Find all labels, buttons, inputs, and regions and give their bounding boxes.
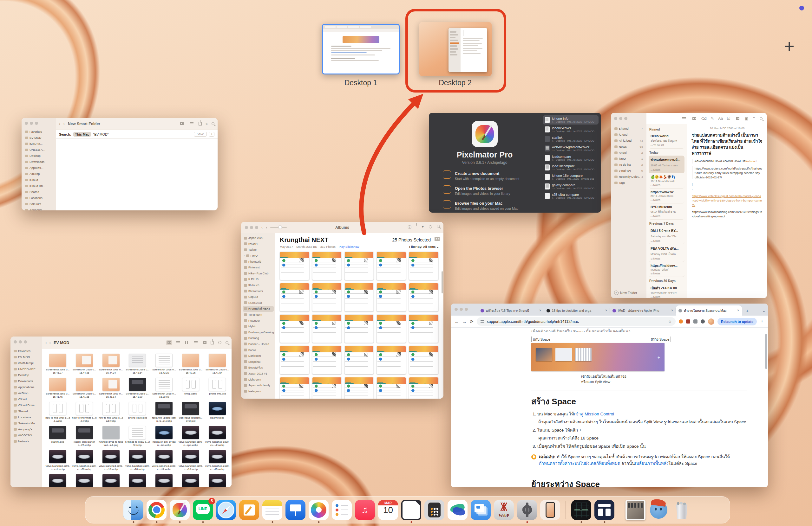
view-columns-icon[interactable] [184,340,190,345]
dock-item[interactable] [471,500,491,520]
desktop-1-label[interactable]: Desktop 1 [322,79,400,87]
note-list-item[interactable]: https://www.ve... 08:14 -retain-90-he No… [649,189,684,204]
photo-thumbnail[interactable] [280,314,309,343]
photo-thumbnail[interactable] [312,377,342,399]
back-icon[interactable]: ‹ [59,122,60,126]
recent-file-item[interactable]: starlink⌂ · Desktop · iMo...te-2022 · EV… [543,134,598,144]
album-item[interactable]: Lightroom [243,376,274,382]
album-item[interactable]: K PLUS [243,276,274,282]
dock-item[interactable] [424,500,444,520]
photo-thumbnail[interactable] [312,283,342,312]
dock-app-icon[interactable] [625,500,646,520]
dock-item[interactable] [594,500,614,520]
album-item[interactable]: Photomator [243,288,274,294]
sidebar-item[interactable]: EV MOD [12,354,41,360]
album-item[interactable]: กระเป๋า [243,241,274,247]
mission-control-link[interactable]: เข้าสู่ Mission Control [574,411,614,416]
back-icon[interactable]: ← [454,319,459,324]
sidebar-item[interactable]: Shared [12,408,41,414]
sidebar-item[interactable]: Applicati... [24,165,54,171]
dock-app-icon[interactable] [170,500,190,520]
photo-thumbnail[interactable] [345,346,374,374]
photo-thumbnail[interactable] [312,252,342,280]
recent-file-item[interactable]: ipad10compare⌂ · Desktop · iMo...te-2022… [543,163,598,172]
file-item[interactable]: Screenshot 2568-0...15.45.27 [45,354,70,375]
reload-icon[interactable]: ⟳ [470,319,474,324]
finder-ev-mod-window[interactable]: Favorites EV MOD iMoD-templ... UNEED ARE… [11,336,232,487]
back-icon[interactable]: ‹ [45,341,47,345]
file-item[interactable]: how-to-find-what-e...d-1.webp [45,402,70,423]
launcher-action[interactable]: Browse files on your MacEdit images and … [443,200,540,210]
forward-icon[interactable]: › [49,341,51,345]
notes-window[interactable]: Shared7 iCloud All iCloud73 Notes68 Ange… [611,113,767,298]
dock-app-icon[interactable] [216,500,236,520]
photo-thumbnail[interactable] [345,283,374,312]
dock-app-icon[interactable] [332,500,352,520]
photo-thumbnail[interactable] [377,346,406,374]
tab-close-icon[interactable]: ✕ [605,309,607,312]
list-view-icon[interactable] [681,116,687,121]
file-item[interactable]: 6-things-to-know-a...25.webp [125,426,150,447]
sidebar-item[interactable]: Sakura's... [24,201,54,207]
photo-thumbnail[interactable] [280,346,309,374]
note-list-item[interactable]: PEA VOLTA ปรับ... Monday 2568 เป็นต้น No… [649,244,684,262]
photo-thumbnail[interactable] [345,252,374,280]
sidebar-item[interactable]: AirDrop [12,390,41,396]
photo-thumbnail[interactable] [345,314,374,343]
share-icon[interactable] [199,122,202,125]
traffic-lights[interactable] [454,308,468,311]
file-item[interactable]: volvo-luanched-es90-eu...-2.webp [205,426,230,447]
dock-app-icon[interactable] [239,500,259,520]
sidebar-item[interactable]: UNEED A... [24,147,54,153]
notes-folder-item[interactable]: To do list2 [613,162,644,168]
media-icon[interactable]: ▣ [745,116,748,121]
tip-link-2[interactable]: เปลี่ยนภาพพื้นหลัง [635,461,668,466]
sidebar-item[interactable]: Sakura's Ma... [12,420,41,426]
file-item[interactable]: hyundai-dives-to-robotaxi...s-2.png [99,426,124,447]
browser-tab[interactable]: ทำงานในหลาย Space บน Mac ✕ [676,305,742,316]
compose-icon[interactable]: ✎ [711,116,714,121]
dock-item[interactable]: WebP [494,500,514,520]
note-list-item[interactable]: ช่วยแปลบทความด์... 16:06 เข้าใจง่าย รายล… [649,155,684,173]
sidebar-item[interactable]: iMODCNX [12,432,41,438]
sidebar-item[interactable]: EV MOD [24,135,54,141]
album-item[interactable]: Snapchat [243,359,274,365]
sidebar-item[interactable]: iCloud Drive [12,402,41,408]
dock-app-icon[interactable] [124,500,143,520]
note-list-item[interactable]: เปิดตัว ZEEKR 00... 18/2/2568 BE ZEEKR N… [649,284,684,298]
file-item[interactable]: Screenshot 2568-0...15.41.54 [205,354,230,375]
photo-thumbnail[interactable] [409,283,438,312]
extension-icon[interactable] [686,319,690,324]
dock-item[interactable] [216,500,236,520]
dock-app-icon[interactable] [355,500,375,520]
album-item[interactable]: Bualuang mBanking [243,330,274,335]
address-bar[interactable]: support.apple.com/th-th/guide/mac-help/m… [477,317,676,326]
photo-thumbnail[interactable] [280,377,309,399]
zoom-slider[interactable] [270,227,287,228]
view-gallery-icon[interactable] [193,340,199,345]
notes-folder-item[interactable]: Notes68 [613,144,644,150]
album-item[interactable]: Krungthai NEXT [243,306,274,312]
add-desktop-button[interactable]: + [784,37,795,55]
dock-item[interactable] [332,500,352,520]
sidebar-item[interactable]: Downloads [24,159,54,165]
file-item[interactable]: volvo-luanched-es90-e...ope.webp [178,426,203,447]
file-item[interactable]: emoji.webp [178,378,203,399]
photo-thumbnail[interactable] [409,346,438,374]
table-icon[interactable] [735,116,741,121]
file-item[interactable] [72,474,97,487]
sidebar-item[interactable]: iCloud Dri... [24,183,54,189]
notes-folder-item[interactable]: iMoD1 [613,155,644,162]
rotate-icon[interactable] [427,225,433,229]
note-list-item[interactable]: Hello world 3/10/2567 BE ข้อมูลเพ To do … [649,133,684,149]
photo-thumbnail[interactable] [409,377,438,399]
notes-folder-item[interactable]: งานต่างๆ0 [613,168,644,174]
sidebar-item[interactable]: Desktop [12,372,41,378]
file-item[interactable]: Screenshot 2568-0...15.41.36 [72,378,97,399]
browser-tab[interactable]: 15 tips to declutter and orga ✕ [544,305,610,316]
album-item[interactable]: Paotang [243,335,274,341]
file-item[interactable]: tesla-will-update-cabin-ra...el.webp [151,402,176,423]
dock-item[interactable] [239,500,259,520]
info-icon[interactable]: ⓘ [408,225,411,230]
sidebar-item[interactable]: AirDrop [24,171,54,177]
